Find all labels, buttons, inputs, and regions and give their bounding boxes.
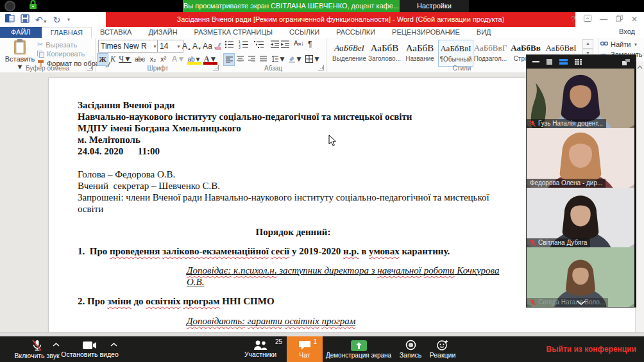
gallery-view-icon[interactable] [575,59,582,65]
tab-ссылки[interactable]: ССЫЛКИ [281,27,328,38]
video-tile-3[interactable]: Світлана Дубяга [527,188,634,247]
reactions-button[interactable]: Реакции [426,336,459,362]
lock-badge-icon [29,0,37,12]
participant-name-label: Федорова Олена - дир... [527,179,606,188]
clipboard-group: Вставить▼ ✂Вырезать Копировать Формат по… [0,38,96,72]
underline-button[interactable]: Ч▼ [119,53,131,65]
undo-button[interactable]: ↶▼ [35,14,47,26]
scissors-icon: ✂ [37,40,43,49]
clipboard-icon [13,39,27,55]
redo-button[interactable]: ↻ [53,15,61,24]
tab-файл[interactable]: ФАЙЛ [0,27,42,38]
qat-customize-icon[interactable]: ▼ [66,17,71,22]
annotation-badge-icon [4,1,15,12]
borders-button[interactable]: ▼ [305,53,321,65]
copy-button[interactable]: Копировать [37,50,85,58]
style-card-¶Обычный[interactable]: АаБбВвІ¶Обычный [438,40,473,67]
speaker-view-icon[interactable] [547,59,552,65]
restore-icon[interactable] [616,12,623,27]
document-paragraph: 1. Про проведення заліково-екзаменаційно… [78,245,509,257]
word-titlebar: ↶▼ ↻ ▼ Засідання Вченої ради [Режим огра… [0,12,644,27]
decrease-indent-icon[interactable] [271,40,280,51]
ribbon-tabs: ФАЙЛГЛАВНАЯВСТАВКАДИЗАЙНРАЗМЕТКА СТРАНИЦ… [0,27,644,38]
style-card-Название[interactable]: АаБбВНазвание [403,40,437,65]
font-size-select[interactable]: 14▼ [157,40,183,53]
tab-вид[interactable]: ВИД [468,27,500,38]
video-tile-4[interactable]: Сегеда Наталя Воло... [527,247,634,307]
find-button[interactable]: Найти▼ [600,40,638,48]
superscript-button[interactable]: х² [158,53,168,65]
paragraph-mark-icon[interactable]: ¶ [308,40,312,49]
strip-view-icon[interactable] [559,59,568,65]
document-paragraph: 2. Про зміни до освітніх програм ННІ СПМ… [78,295,509,307]
stop-video-button[interactable]: Остановить видео [60,336,119,362]
minimize-panel-icon[interactable] [532,61,539,63]
multilevel-list-icon[interactable] [254,40,264,51]
font-color-button[interactable]: А▼ [203,53,217,65]
paragraph-group: 123 Ая↓ ¶ ▼ ▼ ▼ Абзац [221,38,326,72]
paragraph-dialog-launcher[interactable] [318,65,324,70]
tab-рассылки[interactable]: РАССЫЛКИ [328,27,384,38]
tab-главная[interactable]: ГЛАВНАЯ [42,27,92,38]
sign-in-link[interactable]: Вход [619,28,635,35]
more-participants-chevron-icon[interactable] [577,300,586,305]
align-right-button[interactable] [246,53,257,65]
styles-scroll-up-icon[interactable]: ▲ [582,39,593,49]
video-tile-2[interactable]: Федорова Олена - дир... [527,128,634,188]
align-left-button[interactable] [223,53,235,66]
ribbon-display-options-icon[interactable] [584,12,591,27]
justify-button[interactable] [258,53,268,65]
increase-indent-icon[interactable] [281,40,290,51]
style-card-Выделение[interactable]: АаБбВеІВыделение [332,40,366,65]
blank-line [78,257,509,265]
tab-рецензирование[interactable]: РЕЦЕНЗИРОВАНИЕ [384,27,468,38]
cut-button[interactable]: ✂Вырезать [37,40,77,49]
blank-line [78,215,509,226]
sort-icon[interactable]: Ая↓ [294,40,304,47]
shading-button[interactable]: ▼ [289,53,303,65]
document-scrollbar[interactable] [635,62,644,332]
tab-дизайн[interactable]: ДИЗАЙН [140,27,185,38]
leave-meeting-button[interactable]: Выйти из конференции [547,336,636,362]
align-center-button[interactable] [235,53,245,65]
line-spacing-button[interactable]: ▼ [272,53,286,65]
shrink-font-button[interactable]: А▼ [192,40,201,51]
font-family-select[interactable]: Times New R▼ [98,40,160,53]
text-effects-button[interactable]: А▼ [172,53,185,65]
style-card-Заголово...[interactable]: АаБбВЗаголово... [368,40,402,65]
popout-panel-icon[interactable] [622,59,630,65]
audio-options-chevron-icon[interactable] [53,343,60,347]
document-paragraph: Засідання Вченої ради [78,99,509,111]
clipboard-dialog-launcher[interactable] [87,65,93,70]
minimize-icon[interactable]: — [600,12,607,27]
record-button[interactable]: Запись [395,336,426,362]
grow-font-button[interactable]: А▲ [182,40,191,51]
view-settings-button[interactable]: Настройки просмотра▼ [400,0,469,12]
bold-button[interactable]: Ж [97,53,108,66]
tab-вставка[interactable]: ВСТАВКА [92,27,140,38]
italic-button[interactable]: К [108,53,117,65]
save-icon[interactable] [21,14,30,26]
bullets-icon[interactable] [225,40,235,51]
highlight-color-button[interactable]: ab▼ [187,53,201,65]
share-screen-button[interactable]: Демонстрация экрана [324,336,393,362]
mic-muted-icon [530,240,536,246]
help-icon[interactable]: ? [571,12,575,27]
strikethrough-button[interactable]: abc [133,53,147,65]
chat-button[interactable]: Чат 1 [287,336,323,362]
quick-access-toolbar: ↶▼ ↻ ▼ [0,12,71,27]
participants-button[interactable]: Участники 25 [237,336,284,362]
numbering-icon[interactable]: 123 [239,40,249,51]
undo-caret-icon[interactable]: ▼ [43,19,47,24]
video-tile-1[interactable]: Гузь Наталія доцент... [527,69,634,128]
tab-разметка страницы[interactable]: РАЗМЕТКА СТРАНИЦЫ [186,27,281,38]
close-icon[interactable]: ✕ [631,12,638,27]
font-dialog-launcher[interactable] [213,65,219,70]
chevron-down-icon: ▼ [176,41,181,52]
style-sample: АаБбВвГ [473,40,507,55]
video-options-chevron-icon[interactable] [110,343,117,347]
document-paragraph: Запрошені: члени Вченої ради Навчально-н… [78,192,509,215]
scroll-up-icon[interactable] [637,65,643,69]
style-card-Подзагол...[interactable]: АаБбВвГПодзагол... [473,40,507,65]
subscript-button[interactable]: х₂ [148,53,158,65]
